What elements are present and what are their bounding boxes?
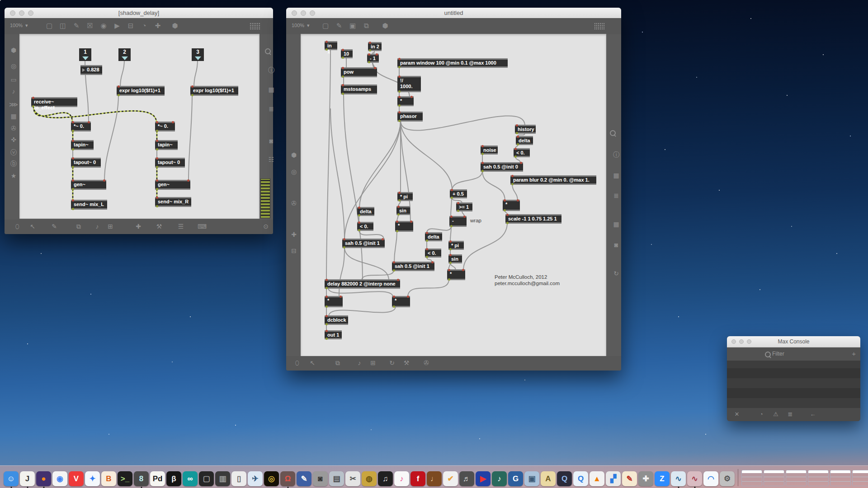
dock-journal-app[interactable]: J	[20, 471, 35, 486]
dock-intel-power-gadget[interactable]: ∿	[671, 471, 686, 486]
object-sah-l[interactable]: sah 0.5 @init 1	[342, 239, 385, 248]
dock-coin-app[interactable]: ◍	[362, 471, 377, 486]
dock-finder[interactable]: ☺	[4, 471, 19, 486]
box-icon[interactable]: ▭	[7, 76, 20, 83]
dock-firefox[interactable]: ●	[36, 471, 51, 486]
dock-spectrum-analyzer[interactable]: ∿	[687, 471, 702, 486]
attach-icon[interactable]: ✇	[288, 200, 300, 207]
dial-icon[interactable]: ◔	[139, 22, 149, 29]
object-phasor[interactable]: phasor	[397, 112, 423, 122]
dock-app-installer[interactable]: A	[541, 471, 556, 486]
dock-editor-blue[interactable]: ✎	[297, 471, 311, 486]
dock-quicktime[interactable]: Q	[573, 471, 588, 486]
patcher-windows-icon[interactable]: ▦	[265, 86, 278, 93]
dock-zoom[interactable]: Z	[655, 471, 670, 486]
list-icon[interactable]: ≣	[610, 192, 623, 199]
rows-icon[interactable]: ≣	[786, 411, 795, 418]
dock-disk-doctor[interactable]: ✚	[638, 471, 653, 486]
object-mul-m2[interactable]: *	[392, 296, 410, 307]
object-tapout-r[interactable]: tapout~ 0	[155, 158, 185, 168]
back-icon[interactable]: ←	[808, 411, 817, 418]
search-icon[interactable]	[610, 130, 616, 136]
object-param-blur[interactable]: param blur 0.2 @min 0. @max 1.	[510, 175, 596, 185]
patcher-canvas[interactable]	[19, 34, 259, 219]
select-icon[interactable]: ↖	[27, 223, 38, 230]
dock-chrome[interactable]: ◉	[52, 471, 67, 486]
object-mul-pi-2[interactable]: * pi	[448, 241, 464, 250]
dock-remote-app[interactable]: ▯	[231, 471, 246, 486]
dock-supercollider[interactable]: 8	[134, 471, 149, 486]
object-lt0-l[interactable]: < 0.	[357, 222, 373, 231]
button-icon[interactable]: ◉	[99, 22, 108, 30]
audio-mute-icon[interactable]: ♪	[92, 223, 103, 230]
dock-pure-data[interactable]: Pd	[150, 471, 165, 486]
object-mul-blur[interactable]: *	[503, 200, 520, 211]
dock-minimized-window-2[interactable]	[764, 470, 784, 486]
object-div-1000[interactable]: !/ 1000.	[397, 76, 421, 92]
object-gte-1[interactable]: >= 1	[456, 202, 472, 211]
object-delay[interactable]: delay 882000 2 @interp none	[325, 279, 400, 289]
dock-keynote[interactable]: ▞	[606, 471, 621, 486]
patcher-windows-icon[interactable]: ▦	[610, 172, 623, 179]
object-minus-1[interactable]: - 1	[367, 54, 379, 63]
dock-flash[interactable]: f	[410, 471, 425, 486]
titlebar[interactable]: Max Console	[727, 336, 860, 347]
object-int-10[interactable]: 10	[341, 49, 353, 58]
dock-tasks-app[interactable]: ✔	[443, 471, 458, 486]
b-circle-icon[interactable]: ⓑ	[7, 160, 20, 168]
dock-helicopter-app[interactable]: ✈	[248, 471, 263, 486]
plug-icon[interactable]: ✜	[7, 136, 20, 143]
snapshot-icon[interactable]: ◙	[610, 241, 623, 249]
image-icon[interactable]: ▦	[7, 113, 20, 120]
message-box-icon[interactable]: ◫	[58, 22, 68, 30]
dock-audio-interface[interactable]: ▥	[215, 471, 230, 486]
dock-midi-keyboard[interactable]: ♫	[378, 471, 393, 486]
object-sin-2[interactable]: sin	[448, 254, 462, 263]
dock-music-app[interactable]: ♬	[459, 471, 474, 486]
object-delta-m[interactable]: delta	[425, 232, 442, 241]
paint-bucket-icon[interactable]: ⬢	[380, 22, 390, 30]
object-tapout-l[interactable]: tapout~ 0	[71, 158, 101, 168]
wrench-icon[interactable]: ⚒	[401, 359, 412, 366]
object-cube-icon[interactable]: ⬢	[7, 47, 20, 54]
titlebar[interactable]: untitled	[286, 8, 621, 19]
layers-icon[interactable]: ⧉	[332, 359, 343, 367]
object-tapin-r[interactable]: tapin~	[155, 140, 178, 150]
zoom-dropdown-icon[interactable]: ▾	[307, 23, 310, 28]
object-receive-to-effect[interactable]: receive~ to_effect	[31, 97, 77, 107]
object-in-2[interactable]: in 2	[368, 42, 382, 51]
object-inlet-1[interactable]: 1	[79, 48, 91, 61]
dock-minimized-window-5[interactable]	[830, 470, 851, 486]
object-cube-icon[interactable]: ⬢	[288, 151, 300, 159]
object-in-1[interactable]: in 1	[325, 41, 337, 50]
codebox-icon[interactable]: ⧉	[361, 22, 371, 30]
grid-icon[interactable]: ⊞	[105, 223, 116, 230]
dock-photo-editor[interactable]: ✂	[345, 471, 360, 486]
object-mstosamps[interactable]: mstosamps	[341, 84, 377, 94]
sequence-icon[interactable]: ⋙	[7, 101, 20, 108]
refresh-icon[interactable]: ↻	[610, 270, 623, 277]
object-inlet-3[interactable]: 3	[192, 48, 204, 61]
select-icon[interactable]: ↖	[307, 359, 318, 366]
object-inlet-2[interactable]: 2	[118, 48, 131, 61]
dock-safari[interactable]: ✦	[85, 471, 100, 486]
dock-minimized-window-6[interactable]	[852, 470, 868, 486]
paint-bucket-icon[interactable]: ⬢	[170, 22, 180, 30]
object-noise[interactable]: noise	[481, 145, 498, 155]
zoom-in-icon[interactable]: ✚	[288, 231, 300, 238]
object-delta-r[interactable]: delta	[516, 136, 533, 145]
object-gen-r[interactable]: gen~	[155, 180, 190, 190]
zoom-dropdown-icon[interactable]: ▾	[25, 23, 28, 28]
dock-photo-browser[interactable]: ▣	[524, 471, 539, 486]
dock-notes-app[interactable]: ✎	[622, 471, 637, 486]
object-delta-l[interactable]: delta	[357, 207, 374, 216]
dock-vlc[interactable]: ▲	[590, 471, 604, 486]
add-filter-button[interactable]: +	[852, 350, 856, 357]
dock-vivaldi[interactable]: V	[69, 471, 84, 486]
wrench-icon[interactable]: ⚒	[154, 223, 165, 230]
console-rows[interactable]	[727, 361, 860, 408]
object-gen-l[interactable]: gen~	[71, 180, 106, 190]
dock-beta-app[interactable]: β	[166, 471, 181, 486]
target-icon[interactable]: ◎	[7, 62, 20, 70]
keyboard-grid-icon[interactable]	[594, 23, 605, 30]
